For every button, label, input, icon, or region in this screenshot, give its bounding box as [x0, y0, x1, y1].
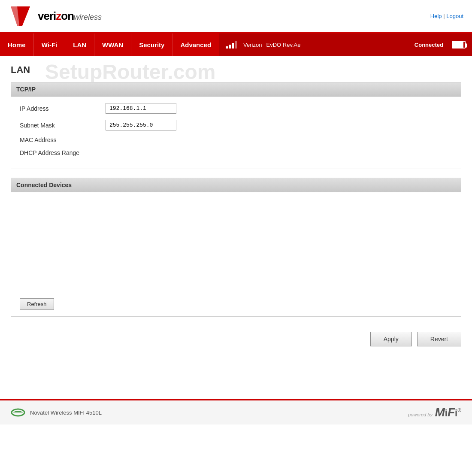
network-type: EvDO Rev.Ae: [266, 42, 300, 48]
devices-body: Refresh: [11, 192, 461, 316]
carrier-name: Verizon: [243, 42, 262, 48]
mifi-brand: MiFi®: [435, 406, 461, 419]
help-link[interactable]: Help: [430, 13, 442, 19]
tcpip-body: IP Address Subnet Mask MAC Address DHCP …: [11, 97, 461, 169]
dhcp-range-row: DHCP Address Range: [20, 149, 452, 156]
tcpip-section: TCP/IP IP Address Subnet Mask MAC Addres…: [11, 82, 461, 169]
verizon-logo-icon: [9, 4, 34, 28]
subnet-mask-row: Subnet Mask: [20, 120, 452, 130]
ip-address-row: IP Address: [20, 103, 452, 114]
bar3: [232, 43, 234, 49]
connection-status: Connected: [415, 42, 443, 48]
main-content: LAN SetupRouter.com TCP/IP IP Address Su…: [0, 56, 472, 399]
header-links: Help | Logout: [430, 13, 463, 19]
mac-address-row: MAC Address: [20, 136, 452, 143]
powered-by-text: powered by: [408, 412, 433, 417]
bar2: [229, 45, 231, 49]
logout-link[interactable]: Logout: [446, 13, 463, 19]
nav-lan[interactable]: LAN: [65, 33, 94, 56]
connected-devices-section: Connected Devices Refresh: [11, 178, 461, 317]
bottom-buttons: Apply Revert: [11, 325, 461, 353]
page-title: LAN: [11, 64, 461, 76]
subnet-mask-label: Subnet Mask: [20, 122, 106, 129]
dhcp-range-label: DHCP Address Range: [20, 149, 106, 156]
nav-advanced[interactable]: Advanced: [172, 33, 219, 56]
link-separator: |: [443, 13, 445, 19]
subnet-mask-input[interactable]: [106, 120, 176, 130]
brand-name: verizonwireless: [38, 9, 102, 23]
ip-address-input[interactable]: [106, 103, 176, 114]
navbar: Home Wi-Fi LAN WWAN Security Advanced Ve…: [0, 33, 472, 56]
logo: verizonwireless: [9, 4, 102, 28]
nav-wwan[interactable]: WWAN: [94, 33, 131, 56]
apply-button[interactable]: Apply: [370, 332, 412, 346]
tcpip-section-header: TCP/IP: [11, 82, 461, 97]
battery-fill: [453, 42, 463, 48]
battery-icon: [452, 41, 466, 49]
navbar-right: Verizon EvDO Rev.Ae Connected: [219, 33, 472, 56]
header: verizonwireless Help | Logout: [0, 0, 472, 33]
bar1: [226, 46, 228, 49]
mac-address-label: MAC Address: [20, 136, 106, 143]
watermark-area: LAN SetupRouter.com: [11, 64, 461, 76]
nav-security[interactable]: Security: [131, 33, 172, 56]
signal-strength-icon: [226, 41, 237, 49]
revert-button[interactable]: Revert: [417, 332, 461, 346]
devices-table: [20, 199, 452, 293]
connected-devices-header: Connected Devices: [11, 178, 461, 192]
nav-wifi[interactable]: Wi-Fi: [34, 33, 66, 56]
footer-right: powered by MiFi®: [408, 406, 461, 419]
refresh-button[interactable]: Refresh: [20, 298, 54, 310]
bar4: [235, 41, 237, 49]
device-name: Novatel Wireless MIFI 4510L: [30, 409, 102, 416]
ip-address-label: IP Address: [20, 105, 106, 112]
footer-logo-icon: [11, 407, 26, 418]
navbar-left: Home Wi-Fi LAN WWAN Security Advanced: [0, 33, 219, 56]
footer: Novatel Wireless MIFI 4510L powered by M…: [0, 399, 472, 424]
nav-home[interactable]: Home: [0, 33, 34, 56]
footer-left: Novatel Wireless MIFI 4510L: [11, 407, 102, 418]
